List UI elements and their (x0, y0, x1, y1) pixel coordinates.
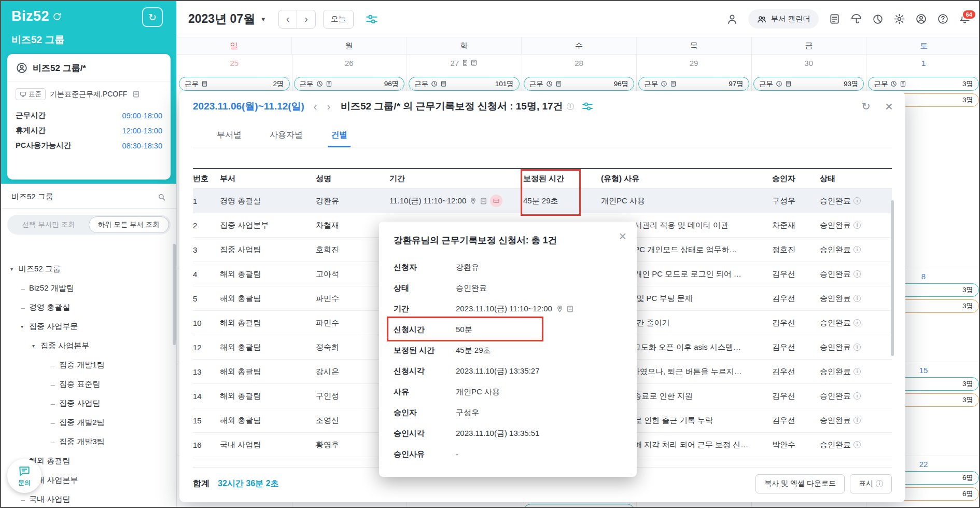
caret-icon[interactable]: ▾ (21, 324, 29, 329)
pie-chart-icon[interactable] (872, 13, 884, 25)
work-count-badge[interactable]: 근무 101명 (409, 77, 520, 91)
prev-month-button[interactable]: ‹ (278, 10, 297, 29)
tab[interactable]: 부서별 (217, 123, 242, 147)
info-icon[interactable]: i (853, 344, 861, 351)
work-count-badge[interactable]: 근무 96명 (294, 77, 405, 91)
tree-item[interactable]: ▾집중 사업본부 (1, 336, 171, 355)
work-count-badge[interactable]: 근무 3명 (868, 77, 979, 91)
day-header-cell: 목 (636, 37, 751, 54)
status-text: 승인완료 (820, 318, 851, 328)
people-icon (757, 14, 767, 24)
refresh-icon[interactable]: ↻ (861, 100, 871, 113)
time-info-row: 근무시간 09:00-18:00 (16, 108, 162, 123)
help-icon[interactable] (937, 13, 949, 25)
calendar-badges-row: 근무 2명 근무 (177, 77, 980, 91)
detail-field: 기간 2023.11.10(금) 11:10~12:00 (394, 298, 626, 319)
calendar-date-cell[interactable]: 26 (292, 55, 407, 77)
calendar-date-cell[interactable]: 28 (522, 55, 637, 77)
policy-name: 기본표준근무제.PCOFF (50, 90, 127, 99)
notification-count-badge: 64 (962, 9, 976, 20)
info-icon[interactable]: i (853, 197, 861, 204)
work-count-badge[interactable]: 근무 96명 (524, 77, 635, 91)
caret-icon[interactable]: ▾ (32, 343, 40, 349)
month-nav: ‹ › (278, 10, 316, 29)
day-header-cell: 화 (406, 37, 521, 54)
calendar-date-cell[interactable]: 29 (636, 55, 751, 77)
dept-calendar-button[interactable]: 부서 캘린더 (748, 9, 819, 29)
filter-icon[interactable] (581, 100, 594, 113)
close-icon[interactable]: × (619, 229, 626, 244)
scope-selected-only[interactable]: 선택 부서만 조회 (9, 216, 89, 233)
search-icon[interactable] (157, 193, 166, 202)
tree-item[interactable]: –집중 개발3팀 (1, 432, 171, 451)
group-search-input[interactable]: 비즈52 그룹 (1, 186, 177, 209)
info-icon[interactable]: i (853, 417, 861, 424)
day-header-cell: 수 (521, 37, 636, 54)
note-icon[interactable] (132, 90, 140, 98)
info-icon[interactable]: i (853, 319, 861, 326)
next-month-button[interactable]: › (297, 10, 316, 29)
table-header-row: 번호부서성명기간보정된 시간(유형) 사유승인자상태 (193, 168, 892, 189)
table-scrollbar[interactable] (891, 200, 894, 356)
info-icon[interactable]: i (853, 368, 861, 375)
caret-icon[interactable]: ▾ (10, 266, 19, 272)
pc-off-card-icon[interactable] (490, 195, 502, 207)
tab[interactable]: 건별 (331, 123, 347, 147)
range-next-button[interactable]: › (322, 100, 335, 113)
app-screen: 2023년 07월 ▼ ‹ › 오늘 부서 캘린더 (0, 0, 980, 508)
work-count-badge[interactable]: 근무 2명 (179, 77, 290, 91)
profile-icon[interactable] (915, 13, 927, 25)
info-icon[interactable]: i (853, 392, 861, 400)
calendar-date-cell[interactable]: 25 (177, 55, 292, 77)
sidebar-refresh-button[interactable]: ↻ (142, 7, 163, 27)
tree-item[interactable]: –경영 총괄실 (1, 298, 171, 317)
gear-icon[interactable] (893, 13, 905, 25)
tree-item[interactable]: –집중 개발2팀 (1, 413, 171, 432)
info-icon[interactable]: i (567, 103, 574, 110)
calendar-date-cell[interactable]: 27 (407, 55, 522, 77)
notifications-bell-icon[interactable]: 64 (959, 13, 971, 25)
calendar-date-cell[interactable]: 1 (866, 55, 980, 77)
clock-icon (431, 80, 438, 87)
tree-item[interactable]: –집중 사업팀 (1, 394, 171, 413)
tree-item[interactable]: –집중 개발1팀 (1, 355, 171, 375)
today-button[interactable]: 오늘 (323, 10, 354, 29)
group-avatar-icon (16, 62, 28, 74)
month-selector[interactable]: 2023년 07월 ▼ (188, 11, 266, 27)
info-icon[interactable]: i (853, 270, 861, 278)
request-detail-popup: 강환유님의 근무기록보정 신청서: 총 1건 × 신청자 강환유 상태 (379, 222, 637, 477)
work-count-badge[interactable]: 근무 93명 (753, 77, 864, 91)
detail-field: 신청자 강환유 (394, 257, 626, 278)
copy-excel-download-button[interactable]: 복사 및 엑셀 다운로드 (755, 474, 845, 493)
sidebar-scrollbar[interactable] (173, 244, 176, 345)
modal-title: 비즈52 그룹/* 의 근무기록보정 신청서 : 15명, 17건 (341, 100, 563, 113)
user-icon[interactable] (726, 13, 738, 25)
close-icon[interactable]: × (885, 99, 893, 115)
work-count-badge[interactable] (524, 504, 634, 508)
table-row[interactable]: 1 경영 총괄실 강환유 11.10(금) 11:10~12:00 (193, 189, 892, 213)
logo-orbit-icon (52, 12, 62, 21)
board-icon[interactable] (829, 13, 841, 25)
dash-icon: – (21, 496, 29, 504)
tab[interactable]: 사용자별 (270, 123, 303, 147)
info-icon[interactable]: i (853, 222, 861, 229)
support-chat-button[interactable]: 문의 (7, 459, 41, 493)
tree-item[interactable]: ▾집중 사업부문 (1, 317, 171, 336)
info-icon[interactable]: i (853, 246, 861, 253)
display-options-button[interactable]: 표시 i (850, 474, 892, 493)
tree-item[interactable]: –Biz52 개발팀 (1, 279, 171, 298)
scope-all-sub-departments[interactable]: 하위 모든 부서 조회 (89, 216, 170, 233)
range-prev-button[interactable]: ‹ (309, 100, 322, 113)
umbrella-icon[interactable] (850, 13, 862, 25)
status-text: 승인완료 (820, 367, 851, 377)
policy-badge: 표준 (16, 88, 46, 100)
tree-item[interactable]: –집중 표준팀 (1, 375, 171, 394)
calendar-date-cell[interactable]: 30 (751, 55, 866, 77)
filter-icon[interactable] (365, 12, 379, 26)
tree-item-group[interactable]: ▾비즈52 그룹 (1, 259, 171, 279)
group-card-title: 비즈52 그룹/* (33, 62, 86, 74)
info-icon[interactable]: i (853, 441, 861, 448)
work-count-badge[interactable]: 근무 97명 (638, 77, 749, 91)
info-icon[interactable]: i (853, 295, 861, 302)
biz52-logo[interactable]: Biz52 (11, 8, 62, 24)
